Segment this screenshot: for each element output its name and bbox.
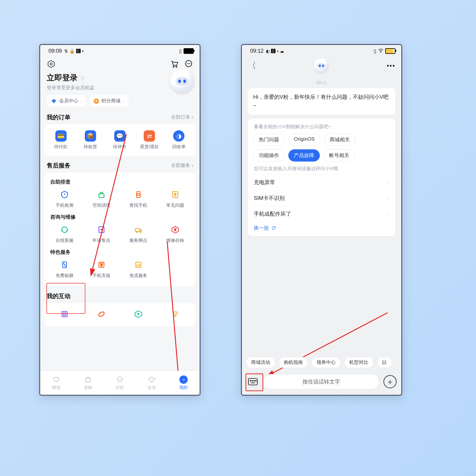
order-pending-pay[interactable]: 💳待付款 <box>46 129 76 153</box>
cart-icon[interactable] <box>170 60 179 68</box>
order-pending-receive[interactable]: 📦待收货 <box>76 129 105 153</box>
pill-originos[interactable]: OriginOS <box>288 134 320 146</box>
sim-icon: ▯ <box>374 48 376 54</box>
svg-point-14 <box>62 227 68 233</box>
panel-hint-2: 您可以直接输入关键词或像这样问小V哦 <box>254 166 389 172</box>
signal-icon: ▯ <box>179 48 182 54</box>
faq-sim[interactable]: SIM卡不识别› <box>253 190 390 206</box>
highlight-keyboard-button <box>245 373 263 391</box>
member-center-chip[interactable]: 会员中心› <box>47 95 86 107</box>
voice-input-button[interactable]: 按住说话转文字 <box>263 374 379 389</box>
status-time: 09:09 <box>48 48 62 54</box>
nav-member[interactable]: 会员 <box>136 375 168 390</box>
svg-rect-9 <box>99 194 104 198</box>
interact-2[interactable] <box>83 307 120 326</box>
svg-point-29 <box>138 314 139 315</box>
orders-grid: 💳待付款 📦待收货 💬待评价 ⇄退货/退款 ◑回收单 <box>46 129 194 153</box>
order-recycle[interactable]: ◑回收单 <box>164 129 194 153</box>
svg-point-7 <box>190 63 190 64</box>
suggest-more[interactable]: 以 <box>377 357 392 368</box>
settings-hex-icon[interactable] <box>47 60 56 68</box>
battery-icon <box>184 48 194 54</box>
panel-hint-1: 看看全能的小V都能解决什么问题吧~ <box>254 124 389 130</box>
repair-price[interactable]: ¥维修价格 <box>157 222 194 247</box>
online-customer-service[interactable]: 在线客服 <box>46 222 83 247</box>
chat-bot-avatar[interactable] <box>314 58 329 73</box>
svg-marker-28 <box>135 311 142 318</box>
pill-function[interactable]: 功能操作 <box>253 149 285 162</box>
svg-point-2 <box>173 66 174 67</box>
status-bar: 09:09 ⇅ 🔒 🅲 ▪ ▯ <box>40 45 200 55</box>
svg-text:¥: ¥ <box>100 263 103 267</box>
order-refund[interactable]: ⇄退货/退款 <box>135 129 164 153</box>
interact-3[interactable] <box>120 307 157 326</box>
space-clean[interactable]: 空间清理 <box>83 187 120 212</box>
pill-hot[interactable]: 热门问题 <box>253 134 285 146</box>
nav-shop[interactable]: 选购 <box>72 375 104 390</box>
faq-broken[interactable]: 手机或配件坏了› <box>253 206 390 222</box>
free-film[interactable]: 免费贴膜 <box>46 257 83 282</box>
service-locations[interactable]: 服务网点 <box>120 222 157 247</box>
suggest-mall-activity[interactable]: 商城活动 <box>246 357 275 368</box>
svg-text:¥: ¥ <box>174 228 176 231</box>
faq[interactable]: ?常见问题 <box>157 187 194 212</box>
self-check-title: 自助排查 <box>46 177 194 187</box>
featured-services-title: 特色服务 <box>46 247 194 257</box>
category-pills: 热门问题 OriginOS 商城相关 功能操作 产品故障 帐号相关 <box>253 134 390 162</box>
order-pending-review[interactable]: 💬待评价 <box>105 129 134 153</box>
orders-more[interactable]: 全部订单 › <box>171 114 193 120</box>
status-time-right: 09:12 <box>250 48 264 54</box>
svg-point-3 <box>176 66 177 67</box>
svg-marker-8 <box>51 99 57 103</box>
svg-point-38 <box>381 52 381 53</box>
svg-point-36 <box>121 379 121 379</box>
svg-marker-37 <box>148 377 155 382</box>
svg-text:?: ? <box>174 193 176 197</box>
pill-account[interactable]: 帐号相关 <box>323 149 355 162</box>
service-more[interactable]: 全部服务 › <box>171 162 193 169</box>
orders-title: 我的订单 <box>47 113 71 121</box>
svg-rect-32 <box>86 378 90 382</box>
bot-avatar[interactable] <box>170 69 194 93</box>
points-mall-chip[interactable]: ★ 积分商城› <box>90 95 128 107</box>
svg-point-27 <box>98 311 105 317</box>
svg-point-5 <box>187 63 187 64</box>
free-data[interactable]: 免流服务 <box>120 257 157 282</box>
suggest-coupon-center[interactable]: 领券中心 <box>311 357 341 368</box>
phone-screen-chat: 09:12 ◐ 🅲 ▪ ☁ ▯ 〈 ••• 09:11 Hi，亲爱的V粉，新年快… <box>241 44 402 396</box>
svg-point-11 <box>137 193 140 196</box>
refresh-batch[interactable]: 换一批 <box>253 222 390 233</box>
nav-community[interactable]: 社区 <box>104 375 136 390</box>
service-title: 售后服务 <box>47 162 71 170</box>
suggest-buying-guide[interactable]: 购机指南 <box>279 357 308 368</box>
faq-panel: 看看全能的小V都能解决什么问题吧~ 热门问题 OriginOS 商城相关 功能操… <box>248 118 395 236</box>
greeting-bubble: Hi，亲爱的V粉，新年快乐！有什么问题，不妨问问小V吧~ <box>248 88 395 115</box>
phone-recharge[interactable]: ¥手机充值 <box>83 257 120 282</box>
status-icons-right: ◐ 🅲 ▪ ☁ <box>266 48 284 54</box>
phone-screen-mine: 09:09 ⇅ 🔒 🅲 ▪ ▯ 立即登录 › 登录享受更多会员权益 <box>39 44 201 396</box>
wifi-icon <box>378 48 383 54</box>
plus-button[interactable]: ＋ <box>383 375 397 388</box>
svg-rect-16 <box>135 228 140 231</box>
status-bar-right: 09:12 ◐ 🅲 ▪ ☁ ▯ <box>242 45 401 55</box>
battery-icon-yellow <box>385 48 395 54</box>
pill-product-fault[interactable]: 产品故障 <box>288 149 320 162</box>
chat-timestamp: 09:11 <box>242 80 401 85</box>
nav-mine[interactable]: ••我的 <box>168 375 200 390</box>
chevron-right-icon: › <box>79 75 85 81</box>
apply-after-sales[interactable]: 申请售后 <box>83 222 120 247</box>
phone-check[interactable]: 手机检测 <box>46 187 83 212</box>
svg-marker-0 <box>48 60 54 67</box>
messages-icon[interactable] <box>184 60 193 68</box>
back-button[interactable]: 〈 <box>248 62 256 70</box>
faq-charging[interactable]: 充电异常› <box>253 174 390 190</box>
find-phone[interactable]: 查找手机 <box>120 187 157 212</box>
bottom-nav: 精选 选购 社区 会员 ••我的 <box>40 371 200 395</box>
nav-featured[interactable]: 精选 <box>40 375 72 390</box>
pill-mall[interactable]: 商城相关 <box>324 134 356 146</box>
more-menu-icon[interactable]: ••• <box>387 62 395 70</box>
consult-repair-title: 咨询与维修 <box>46 212 194 222</box>
interact-4[interactable] <box>157 307 194 326</box>
suggest-model-compare[interactable]: 机型对比 <box>344 357 373 368</box>
status-icons-left: ⇅ 🔒 🅲 ▪ <box>64 48 84 54</box>
